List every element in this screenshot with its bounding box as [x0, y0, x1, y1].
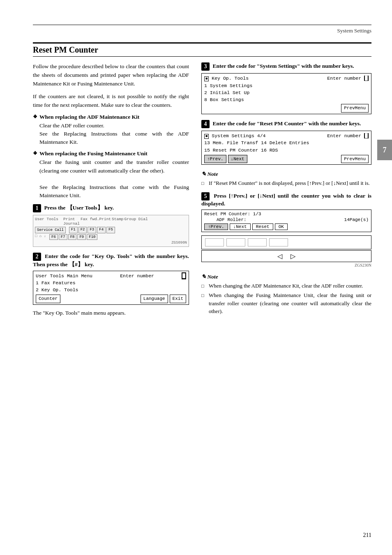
- step5: 5 Press [↑Prev.] or [↓Next] until the co…: [201, 192, 371, 267]
- counter-value-row: ADF Roller: 14Page(s): [204, 217, 369, 222]
- nav-cell2: [226, 238, 245, 246]
- step5-heading: 5 Press [↑Prev.] or [↓Next] until the co…: [201, 192, 371, 207]
- screen2-row1: 1 Fax Features: [36, 279, 186, 286]
- nav-arrows-row: ◁ ▷: [201, 250, 371, 262]
- step3-num: 3: [201, 62, 210, 71]
- screen4-btn-row: ↑Prev. ↓Next PrevMenu: [204, 155, 369, 164]
- screen2: User Tools Main Menu Enter number █ 1 Fa…: [33, 271, 189, 305]
- screen4-btn-prev: ↑Prev.: [204, 155, 226, 164]
- intro-para2: If the counters are not cleared, it is n…: [33, 92, 189, 110]
- screen3: ■ Key Op. Tools Enter number █ 1 System …: [201, 73, 371, 114]
- screen3-title: ■ Key Op. Tools: [204, 75, 249, 82]
- screen2-row2: 2 Key Op. Tools: [36, 286, 186, 293]
- screen3-prevmenu: PrevMenu: [341, 104, 369, 113]
- nav-cell1: [205, 238, 224, 246]
- screen2-btn-language: Language: [141, 295, 168, 303]
- screen4-btn-next: ↓Next: [228, 155, 247, 164]
- screen4-enter: Enter number █: [327, 132, 369, 140]
- step2-num: 2: [33, 253, 41, 261]
- screen4-row1: 13 Mem. File Transf 14 Delete Entries: [204, 139, 369, 146]
- device-fn-keys: F1 F2 F3 F4 F5: [69, 227, 115, 233]
- nav-arrows-panel: [201, 235, 371, 249]
- right-column: 3 Enter the code for "System Settings" w…: [201, 62, 371, 323]
- step1-num: 1: [33, 204, 41, 212]
- bullet2-title: When replacing the Fusing Maintenance Un…: [33, 150, 189, 157]
- counter-btns: ↑Prev. ↓Next Reset OK: [204, 223, 369, 230]
- right-arrow: ▷: [291, 252, 295, 260]
- screen4-title: ■ System Settings 4/4: [204, 132, 265, 140]
- bullet1-body: Clear the ADF roller counter. See the Re…: [33, 122, 189, 147]
- page: System Settings 7 Reset PM Counter Follo…: [0, 0, 392, 555]
- bullet1-title: When replacing the ADF Maintenance Kit: [33, 114, 189, 120]
- left-column: Follow the procedure described below to …: [33, 62, 189, 323]
- device-row2: Service Call F1 F2 F3 F4 F5: [35, 227, 187, 233]
- screen4-row2: 15 Reset PM Counter 16 RDS: [204, 147, 369, 154]
- screen3-btn-row: PrevMenu: [204, 104, 369, 113]
- bullet2-body: Clear the fusing unit counter and the tr…: [33, 158, 189, 200]
- counter-display: Reset PM Counter: 1/3 ADF Roller: 14Page…: [201, 210, 371, 232]
- bullet1: When replacing the ADF Maintenance Kit C…: [33, 114, 189, 147]
- screen2-btn-row: Counter Language Exit: [36, 295, 186, 303]
- step1: 1 Press the 【User Tools】 key. User Tools…: [33, 204, 189, 247]
- note1-item: If "Reset PM Counter" is not displayed, …: [201, 179, 371, 187]
- screen2-enter: Enter number: [120, 272, 154, 279]
- device-row1: User Tools PrintJournal Fax fwd.Print St…: [35, 217, 187, 226]
- screen2-title: User Tools Main Menu: [36, 272, 92, 279]
- note2-item2: When changing the Fusing Maintenance Uni…: [201, 291, 371, 315]
- page-number: 211: [363, 532, 371, 539]
- screen2-btn-counter: Counter: [36, 295, 60, 303]
- screen2-cursor: █: [182, 272, 186, 279]
- step1-heading: 1 Press the 【User Tools】 key.: [33, 204, 189, 212]
- step4-num: 4: [201, 120, 210, 128]
- image-code: ZGS230N: [201, 263, 371, 267]
- counter-title: Reset PM Counter: 1/3: [204, 212, 261, 216]
- header-divider: [33, 25, 371, 25]
- header-text: System Settings: [33, 28, 371, 34]
- main-content: Follow the procedure described below to …: [33, 62, 371, 323]
- screen3-row3: 8 Box Settings: [204, 96, 369, 103]
- left-arrow: ◁: [277, 252, 282, 260]
- screen2-title-row: User Tools Main Menu Enter number █: [36, 272, 186, 279]
- screen4: ■ System Settings 4/4 Enter number █ 13 …: [201, 131, 371, 165]
- step2-sub: The "Key Op. Tools" main menu appears.: [33, 309, 189, 318]
- counter-label: ADF Roller:: [204, 217, 247, 222]
- step2-heading: 2 Enter the code for "Key Op. Tools" wit…: [33, 253, 189, 268]
- nav-cell3: [248, 238, 267, 246]
- screen4-btn-prevmenu: PrevMenu: [341, 155, 369, 164]
- section-title: Reset PM Counter: [33, 42, 371, 57]
- screen3-row2: 2 Initial Set Up: [204, 89, 369, 96]
- counter-title-row: Reset PM Counter: 1/3: [204, 212, 369, 216]
- device-row3: □ ⌂ ↓ F6 F7 F8 F9 F10: [35, 234, 187, 240]
- note2: Note When changing the ADF Maintenance K…: [201, 273, 371, 315]
- note1-title: Note: [201, 170, 371, 177]
- screen4-title-row: ■ System Settings 4/4 Enter number █: [204, 132, 369, 140]
- bullet2: When replacing the Fusing Maintenance Un…: [33, 150, 189, 200]
- screen2-btn-exit: Exit: [170, 295, 186, 303]
- screen3-title-row: ■ Key Op. Tools Enter number █: [204, 75, 369, 82]
- intro-para1: Follow the procedure described below to …: [33, 62, 189, 88]
- step3: 3 Enter the code for "System Settings" w…: [201, 62, 371, 114]
- device-keys-row1: PrintJournal Fax fwd.Print Stamp Group D…: [63, 217, 148, 226]
- step4-heading: 4 Enter the code for "Reset PM Counter" …: [201, 120, 371, 128]
- device-mockup: User Tools PrintJournal Fax fwd.Print St…: [33, 215, 189, 247]
- counter-btn-prev: ↑Prev.: [204, 223, 228, 230]
- note1: Note If "Reset PM Counter" is not displa…: [201, 170, 371, 187]
- step5-num: 5: [201, 192, 210, 200]
- step4: 4 Enter the code for "Reset PM Counter" …: [201, 120, 371, 165]
- device-fn-keys2: F6 F7 F8 F9 F10: [49, 234, 97, 240]
- screen3-enter: Enter number █: [327, 75, 369, 82]
- counter-btn-reset: Reset: [252, 223, 273, 230]
- chapter-tab: 7: [377, 140, 392, 160]
- counter-btn-ok: OK: [275, 223, 288, 230]
- counter-value: 14Page(s): [344, 217, 369, 222]
- screen3-row1: 1 System Settings: [204, 82, 369, 89]
- step3-heading: 3 Enter the code for "System Settings" w…: [201, 62, 371, 71]
- note2-title: Note: [201, 273, 371, 280]
- nav-cell4: [269, 238, 288, 246]
- device-code: ZGS090N: [35, 241, 187, 245]
- step2: 2 Enter the code for "Key Op. Tools" wit…: [33, 253, 189, 318]
- note2-item1: When changing the ADF Maintenance Kit, c…: [201, 282, 371, 290]
- counter-btn-next: ↓Next: [230, 223, 251, 230]
